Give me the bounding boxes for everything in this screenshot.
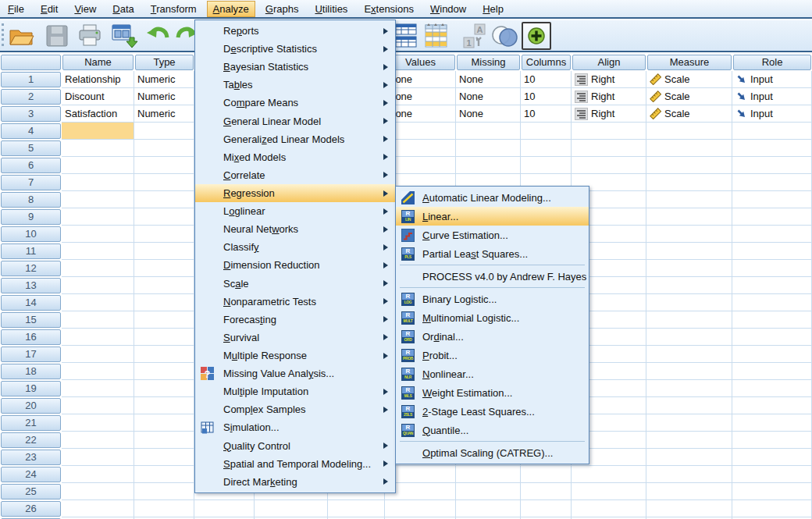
cell-name-row1[interactable]: Relationship — [62, 71, 134, 88]
cell-measure-row17[interactable] — [646, 346, 732, 363]
menu-item-spatial-and-temporal-modeling[interactable]: Spatial and Temporal Modeling... — [195, 455, 395, 473]
menu-item-ordinal[interactable]: RORDOrdinal... — [396, 327, 589, 346]
cell-measure-row15[interactable] — [646, 311, 732, 329]
cell-type-row8[interactable] — [134, 191, 194, 208]
menu-item-reports[interactable]: Reports — [195, 22, 395, 40]
menu-item-missing-value-analysis[interactable]: ?Missing Value Analysis... — [195, 364, 395, 382]
cell-measure-row20[interactable] — [646, 397, 732, 414]
row-header-19[interactable]: 19 — [1, 381, 61, 396]
open-data-icon[interactable] — [6, 22, 36, 50]
cell-role-row10[interactable] — [732, 226, 812, 243]
menu-item-descriptive-statistics[interactable]: Descriptive Statistics — [195, 40, 395, 58]
menu-item-regression[interactable]: Regression — [195, 184, 395, 202]
cell-name-row18[interactable] — [62, 363, 134, 380]
cell-role-row13[interactable] — [732, 277, 812, 294]
menubar-item-extensions[interactable]: Extensions — [358, 1, 420, 17]
column-header-name[interactable]: Name — [62, 55, 134, 70]
cell-name-row5[interactable] — [62, 140, 134, 157]
column-header-type[interactable]: Type — [135, 55, 194, 70]
menu-item-classify[interactable]: Classify — [195, 238, 395, 256]
row-header-23[interactable]: 23 — [1, 450, 61, 465]
menu-item-binary-logistic[interactable]: RLOGBinary Logistic... — [396, 290, 589, 308]
cell-align-row5[interactable] — [572, 140, 646, 157]
row-header-21[interactable]: 21 — [1, 415, 61, 431]
menubar-item-file[interactable]: File — [2, 1, 30, 17]
menu-item-partial-least-squares[interactable]: RPLSPartial Least Squares... — [396, 244, 589, 263]
cell-align-row6[interactable] — [572, 157, 646, 174]
cell-name-row19[interactable] — [62, 380, 134, 397]
use-variable-sets-icon[interactable] — [490, 22, 519, 50]
cell-role-row5[interactable] — [732, 140, 812, 157]
cell-measure-row18[interactable] — [646, 363, 732, 380]
cell-type-row22[interactable] — [134, 432, 194, 449]
cell-name-row23[interactable] — [62, 449, 134, 466]
cell-name-row8[interactable] — [62, 191, 134, 208]
cell-measure-row8[interactable] — [646, 191, 732, 208]
column-header-blank[interactable] — [1, 55, 61, 70]
row-header-22[interactable]: 22 — [1, 432, 61, 448]
cell-align-row25[interactable] — [572, 483, 646, 500]
cell-type-row20[interactable] — [134, 397, 194, 414]
row-header-8[interactable]: 8 — [1, 192, 61, 208]
cell-type-row3[interactable]: Numeric — [134, 105, 194, 123]
cell-role-row16[interactable] — [732, 329, 812, 346]
cell-name-row10[interactable] — [62, 226, 134, 243]
cell-name-row4[interactable] — [62, 123, 134, 140]
cell-columns-row4[interactable] — [521, 123, 572, 140]
menu-item-nonlinear[interactable]: RNLRNonlinear... — [396, 364, 589, 383]
cell-role-row21[interactable] — [732, 414, 812, 432]
row-header-6[interactable]: 6 — [1, 158, 61, 173]
cell-decimals-row26[interactable] — [255, 500, 328, 517]
cell-type-row7[interactable] — [134, 174, 194, 191]
menu-item-survival[interactable]: Survival — [195, 329, 395, 347]
cell-role-row2[interactable]: Input — [732, 88, 812, 105]
menubar-item-utilities[interactable]: Utilities — [308, 1, 354, 17]
cell-type-row1[interactable]: Numeric — [134, 71, 194, 88]
cell-type-row26[interactable] — [134, 500, 194, 517]
cell-name-row2[interactable]: Discount — [62, 88, 134, 105]
cell-measure-row16[interactable] — [646, 329, 732, 346]
cell-type-row5[interactable] — [134, 140, 194, 157]
row-header-17[interactable]: 17 — [1, 347, 61, 362]
recall-dialogs-icon[interactable] — [109, 22, 139, 50]
cell-align-row1[interactable]: Right — [572, 71, 646, 88]
cell-role-row22[interactable] — [732, 432, 812, 449]
cell-measure-row19[interactable] — [646, 380, 732, 397]
row-header-1[interactable]: 1 — [1, 72, 61, 87]
cell-width-row26[interactable] — [194, 500, 255, 517]
cell-type-row14[interactable] — [134, 294, 194, 311]
cell-columns-row25[interactable] — [521, 483, 572, 500]
cell-measure-row6[interactable] — [646, 157, 732, 174]
menubar-item-view[interactable]: View — [68, 1, 102, 17]
menu-item-multiple-imputation[interactable]: Multiple Imputation — [195, 382, 395, 400]
cell-type-row18[interactable] — [134, 363, 194, 380]
cell-type-row15[interactable] — [134, 311, 194, 329]
cell-name-row22[interactable] — [62, 432, 134, 449]
row-header-12[interactable]: 12 — [1, 261, 61, 276]
row-header-25[interactable]: 25 — [1, 484, 61, 499]
row-header-18[interactable]: 18 — [1, 364, 61, 379]
cell-measure-row11[interactable] — [646, 243, 732, 260]
column-header-missing[interactable]: Missing — [457, 55, 520, 70]
menu-item-scale[interactable]: Scale — [195, 275, 395, 293]
cell-role-row23[interactable] — [732, 449, 812, 466]
cell-missing-row3[interactable]: None — [456, 105, 521, 123]
cell-measure-row2[interactable]: Scale — [646, 88, 732, 105]
cell-role-row1[interactable]: Input — [732, 71, 812, 88]
menu-item-bayesian-statistics[interactable]: Bayesian Statistics — [195, 58, 395, 76]
cell-role-row18[interactable] — [732, 363, 812, 380]
value-labels-icon[interactable]: A1 — [461, 22, 490, 50]
menu-item-multiple-response[interactable]: Multiple Response — [195, 347, 395, 364]
cell-name-row12[interactable] — [62, 260, 134, 277]
menubar-item-edit[interactable]: Edit — [34, 1, 64, 17]
menu-item-dimension-reduction[interactable]: Dimension Reduction — [195, 256, 395, 274]
cell-measure-row7[interactable] — [646, 174, 732, 191]
cell-measure-row10[interactable] — [646, 226, 732, 243]
menu-item-linear[interactable]: RLINLinear... — [396, 207, 589, 226]
menu-item-generalized-linear-models[interactable]: Generalized Linear Models — [195, 130, 395, 148]
cell-columns-row3[interactable]: 10 — [521, 105, 572, 123]
menu-item-quality-control[interactable]: Quality Control — [195, 437, 395, 455]
cell-name-row6[interactable] — [62, 157, 134, 174]
cell-measure-row21[interactable] — [646, 414, 732, 432]
column-header-columns[interactable]: Columns — [522, 55, 571, 70]
